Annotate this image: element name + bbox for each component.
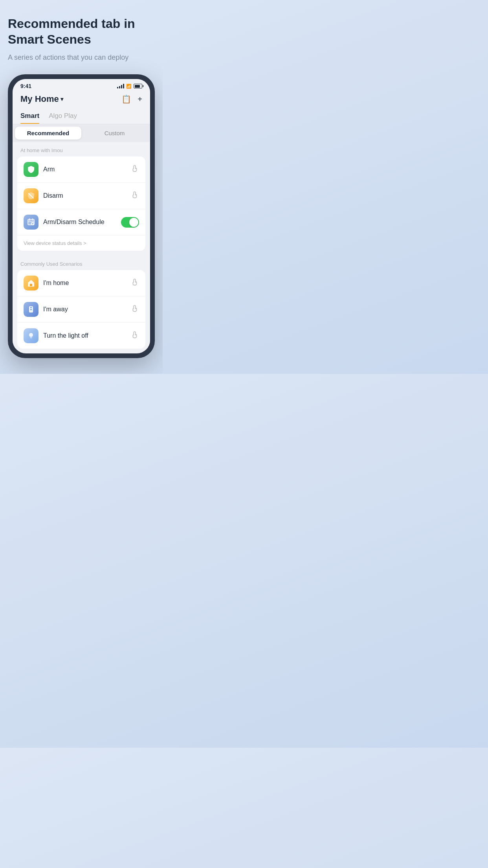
list-item-away[interactable]: I'm away bbox=[17, 296, 145, 323]
tab-algo-play[interactable]: Algo Play bbox=[49, 109, 77, 124]
content-area: At home with Imou Arm bbox=[13, 142, 150, 349]
tap-icon-away bbox=[130, 304, 139, 315]
svg-rect-9 bbox=[30, 309, 32, 310]
section-label-2: Commonly Used Scenarios bbox=[13, 256, 150, 270]
list-item-disarm[interactable]: Disarm bbox=[17, 183, 145, 209]
list-item-arm[interactable]: Arm bbox=[17, 156, 145, 183]
sub-tab-recommended[interactable]: Recommended bbox=[15, 127, 81, 140]
tab-smart[interactable]: Smart bbox=[20, 109, 39, 124]
svg-rect-8 bbox=[30, 307, 32, 308]
schedule-icon bbox=[24, 215, 39, 230]
app-header: My Home ▾ 📋 + bbox=[13, 92, 150, 109]
tap-icon-disarm bbox=[130, 191, 139, 201]
home-selector[interactable]: My Home ▾ bbox=[20, 94, 63, 104]
add-icon[interactable]: + bbox=[138, 95, 142, 104]
disarm-icon bbox=[24, 188, 39, 203]
tap-icon-light bbox=[130, 331, 139, 341]
im-home-label: I'm home bbox=[43, 280, 126, 287]
disarm-label: Disarm bbox=[43, 192, 126, 199]
home-name: My Home bbox=[20, 94, 59, 104]
arm-label: Arm bbox=[43, 166, 126, 173]
tap-icon-arm bbox=[130, 164, 139, 175]
sub-tab-custom[interactable]: Custom bbox=[81, 127, 148, 140]
svg-rect-6 bbox=[30, 284, 32, 286]
light-icon bbox=[24, 328, 39, 343]
header-actions: 📋 + bbox=[121, 94, 142, 104]
tab-bar: Smart Algo Play bbox=[13, 109, 150, 124]
list-icon[interactable]: 📋 bbox=[121, 94, 131, 104]
status-icons: 📶 bbox=[117, 84, 142, 89]
wifi-icon: 📶 bbox=[126, 84, 132, 89]
list-item-light[interactable]: Turn the light off bbox=[17, 323, 145, 349]
phone-frame: 9:41 📶 My Home ▾ 📋 bbox=[8, 74, 155, 358]
schedule-label: Arm/Disarm Schedule bbox=[43, 219, 116, 226]
im-away-label: I'm away bbox=[43, 306, 126, 313]
turn-light-off-label: Turn the light off bbox=[43, 332, 126, 339]
sub-tab-bar: Recommended Custom bbox=[13, 124, 150, 142]
page-subtitle: A series of actions that you can deploy bbox=[8, 53, 155, 63]
list-item-home[interactable]: I'm home bbox=[17, 270, 145, 296]
card-at-home: Arm Disarm bbox=[17, 156, 145, 251]
phone-screen: 9:41 📶 My Home ▾ 📋 bbox=[13, 79, 150, 353]
page-title: Recommended tab in Smart Scenes bbox=[8, 16, 155, 47]
section-label-1: At home with Imou bbox=[13, 142, 150, 156]
list-item-schedule[interactable]: Arm/Disarm Schedule bbox=[17, 209, 145, 235]
home-icon bbox=[24, 276, 39, 291]
status-time: 9:41 bbox=[20, 83, 31, 89]
tap-icon-home bbox=[130, 278, 139, 289]
status-bar: 9:41 📶 bbox=[13, 79, 150, 92]
arm-icon bbox=[24, 162, 39, 177]
view-details-link[interactable]: View device status details > bbox=[17, 235, 145, 251]
signal-icon bbox=[117, 84, 124, 88]
chevron-down-icon: ▾ bbox=[61, 96, 63, 102]
svg-rect-10 bbox=[30, 337, 32, 338]
card-scenarios: I'm home bbox=[17, 270, 145, 349]
svg-rect-11 bbox=[30, 338, 32, 338]
battery-icon bbox=[134, 84, 142, 88]
schedule-toggle[interactable] bbox=[121, 217, 139, 228]
away-icon bbox=[24, 302, 39, 317]
